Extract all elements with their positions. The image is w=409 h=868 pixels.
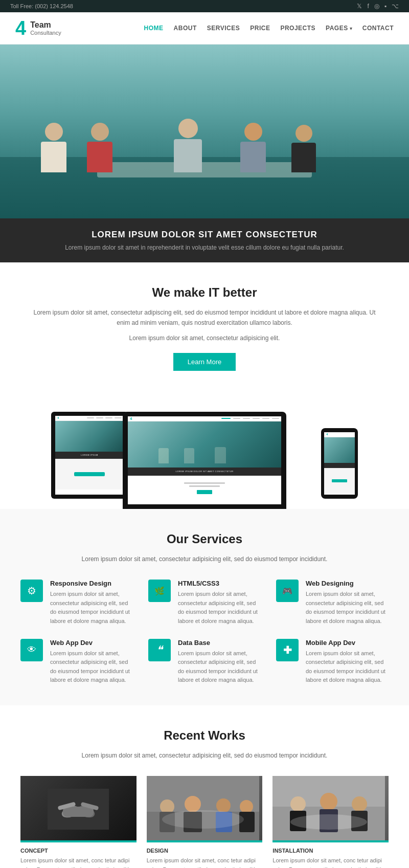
service-content-webdesign: Web Designing Lorem ipsum dolor sit amet… — [306, 580, 389, 626]
service-desc-webdesign: Lorem ipsum dolor sit amet, consectetur … — [306, 590, 389, 626]
work-label-installation: INSTALLATION — [272, 848, 389, 854]
work-desc-installation: Lorem ipsum dolor sit amet, conc tetur a… — [272, 856, 389, 868]
work-item-concept: CONCEPT Lorem ipsum dolor sit amet, conc… — [20, 776, 137, 868]
logo-consultancy: Consultancy — [30, 30, 61, 36]
service-title-responsive: Responsive Design — [50, 580, 133, 587]
section-better-desc2: Lorem ipsum dolor sit amet, consectetur … — [31, 335, 378, 342]
service-desc-database: Lorem ipsum dolor sit amet, consectetur … — [178, 649, 261, 685]
services-title: Our Services — [20, 532, 389, 546]
svg-point-10 — [185, 796, 201, 812]
hero-image — [0, 44, 409, 218]
service-title-database: Data Base — [178, 639, 261, 647]
work-image-installation — [272, 776, 389, 842]
work-item-design: DESIGN Lorem ipsum dolor sit amet, conc … — [147, 776, 263, 868]
logo: 4 Team Consultancy — [15, 18, 61, 38]
service-item-database: ❝ Data Base Lorem ipsum dolor sit amet, … — [148, 639, 261, 685]
tablet-screen: 4 LOREM IPSUM — [55, 416, 124, 495]
toll-free-text: Toll Free: (002) 124.2548 — [10, 3, 73, 9]
laptop-screen: 4 LOREM IPSUM DOLOR SIT AMET CONSECTETUR — [128, 416, 281, 504]
service-title-webapp: Web App Dev — [50, 639, 133, 647]
services-section: Our Services Lorem ipsum dolor sit amet,… — [0, 509, 409, 705]
service-desc-html5: Lorem ipsum dolor sit amet, consectetur … — [178, 590, 261, 626]
nav-pages-link[interactable]: PAGES — [326, 25, 348, 32]
nav-pages[interactable]: PAGES ▾ — [326, 25, 352, 32]
svg-point-8 — [160, 799, 174, 814]
svg-point-16 — [162, 810, 244, 829]
laptop-device: 4 LOREM IPSUM DOLOR SIT AMET CONSECTETUR — [123, 412, 286, 509]
database-icon: ❝ — [148, 639, 171, 661]
top-bar-social: 𝕏 f ◎ ▪ ⌥ — [357, 3, 399, 10]
responsive-design-icon: ⚙ — [20, 580, 43, 602]
banner-title: LOREM IPSUM DOLOR SIT AMET CONSECTETUR — [10, 230, 399, 240]
logo-team: Team — [30, 20, 61, 30]
svg-point-12 — [216, 798, 231, 813]
banner-section: LOREM IPSUM DOLOR SIT AMET CONSECTETUR L… — [0, 218, 409, 262]
service-item-webapp: 👁 Web App Dev Lorem ipsum dolor sit amet… — [20, 639, 133, 685]
vimeo-icon-top[interactable]: ▪ — [384, 3, 387, 10]
service-content-mobile: Mobile App Dev Lorem ipsum dolor sit ame… — [306, 639, 389, 685]
service-item-webdesign: 🎮 Web Designing Lorem ipsum dolor sit am… — [276, 580, 389, 626]
header: 4 Team Consultancy HOME ABOUT SERVICES P… — [0, 12, 409, 44]
main-nav: HOME ABOUT SERVICES PRICE PROJECTS PAGES… — [144, 25, 394, 32]
recent-works-section: Recent Works Lorem ipsum dolor sit amet,… — [0, 705, 409, 868]
logo-number: 4 — [15, 18, 26, 38]
service-desc-webapp: Lorem ipsum dolor sit amet, consectetur … — [50, 649, 133, 685]
service-content-webapp: Web App Dev Lorem ipsum dolor sit amet, … — [50, 639, 133, 685]
chevron-down-icon: ▾ — [350, 26, 352, 31]
nav-home[interactable]: HOME — [144, 25, 164, 32]
nav-price[interactable]: PRICE — [250, 25, 270, 32]
service-title-mobile: Mobile App Dev — [306, 639, 389, 647]
hero-section — [0, 44, 409, 218]
work-desc-concept: Lorem ipsum dolor sit amet, conc tetur a… — [20, 856, 137, 868]
svg-point-19 — [290, 796, 306, 812]
nav-about[interactable]: ABOUT — [174, 25, 197, 32]
services-grid: ⚙ Responsive Design Lorem ipsum dolor si… — [20, 580, 389, 685]
section-better: We make IT better Lorem ipsum dolor sit … — [0, 262, 409, 402]
twitter-icon-top[interactable]: 𝕏 — [357, 3, 362, 10]
github-icon-top[interactable]: ⌥ — [392, 3, 399, 10]
section-better-title: We make IT better — [31, 285, 378, 300]
phone-screen: 4 — [324, 432, 355, 495]
web-app-dev-icon: 👁 — [20, 639, 43, 661]
work-image-concept — [20, 776, 137, 842]
service-content-database: Data Base Lorem ipsum dolor sit amet, co… — [178, 639, 261, 685]
service-content-responsive: Responsive Design Lorem ipsum dolor sit … — [50, 580, 133, 626]
facebook-icon-top[interactable]: f — [367, 3, 369, 10]
phone-device: 4 — [321, 428, 358, 499]
html5-icon: 🌿 — [148, 580, 171, 602]
service-desc-mobile: Lorem ipsum dolor sit amet, consectetur … — [306, 649, 389, 685]
nav-services[interactable]: SERVICES — [207, 25, 240, 32]
dribbble-icon-top[interactable]: ◎ — [374, 3, 379, 10]
section-better-desc1: Lorem ipsum dolor sit amet, consectetur … — [31, 307, 378, 328]
svg-point-25 — [290, 814, 367, 830]
svg-point-23 — [352, 796, 367, 812]
work-image-design — [147, 776, 263, 842]
work-bar-design — [147, 840, 263, 842]
handshake-svg — [48, 789, 109, 830]
works-grid: CONCEPT Lorem ipsum dolor sit amet, conc… — [20, 776, 389, 868]
service-item-mobile: ✚ Mobile App Dev Lorem ipsum dolor sit a… — [276, 639, 389, 685]
recent-works-subtitle: Lorem ipsum dolor sit amet, consectetur … — [20, 750, 389, 761]
service-item-responsive: ⚙ Responsive Design Lorem ipsum dolor si… — [20, 580, 133, 626]
mobile-app-dev-icon: ✚ — [276, 639, 299, 661]
service-title-html5: HTML5/CSS3 — [178, 580, 261, 587]
learn-more-button[interactable]: Learn More — [173, 353, 236, 371]
service-item-html5: 🌿 HTML5/CSS3 Lorem ipsum dolor sit amet,… — [148, 580, 261, 626]
svg-point-21 — [320, 793, 337, 810]
recent-works-title: Recent Works — [20, 728, 389, 743]
meeting-svg-1 — [147, 776, 259, 842]
services-subtitle: Lorem ipsum dolor sit amet, consectetur … — [20, 554, 389, 564]
top-bar: Toll Free: (002) 124.2548 𝕏 f ◎ ▪ ⌥ — [0, 0, 409, 12]
meeting-svg-2 — [272, 776, 385, 842]
nav-projects[interactable]: PROJECTS — [280, 25, 315, 32]
work-item-installation: INSTALLATION Lorem ipsum dolor sit amet,… — [272, 776, 389, 868]
logo-text: Team Consultancy — [30, 20, 61, 36]
tablet-device: 4 LOREM IPSUM — [51, 412, 128, 499]
nav-contact[interactable]: CONTACT — [362, 25, 394, 32]
banner-subtitle: Lorem ipsum dolor sit amet in reprehende… — [10, 244, 399, 251]
svg-rect-3 — [63, 807, 94, 817]
work-bar-concept — [20, 840, 137, 842]
work-desc-design: Lorem ipsum dolor sit amet, conc tetur a… — [147, 856, 263, 868]
service-title-webdesign: Web Designing — [306, 580, 389, 587]
work-bar-installation — [272, 840, 389, 842]
